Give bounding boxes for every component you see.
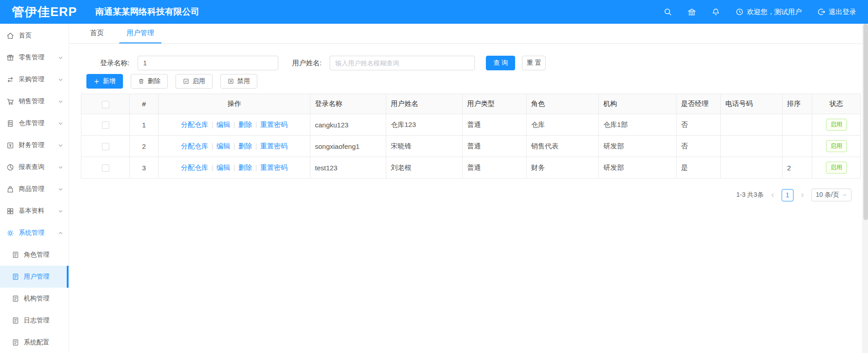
cell-role: 财务 [527,157,599,179]
sidebar-item-sales[interactable]: 销售管理 [0,90,69,112]
cell-org: 仓库1部 [599,114,676,136]
sidebar-subitem-logs[interactable]: 日志管理 [0,310,69,332]
tab-home[interactable]: 首页 [83,24,111,43]
chevron-down-icon [58,187,63,192]
sidebar-item-finance[interactable]: 财务管理 [0,134,69,156]
cell-type: 普通 [463,157,527,179]
sidebar-subitem-orgs[interactable]: 机构管理 [0,288,69,310]
reset-password-link[interactable]: 重置密码 [260,121,288,128]
row-checkbox[interactable] [102,164,109,172]
delete-button[interactable]: 删除 [131,74,168,89]
scrollbar-thumb[interactable] [863,24,868,220]
assign-warehouse-link[interactable]: 分配仓库 [181,163,208,171]
col-manager: 是否经理 [676,94,721,114]
cell-org: 研发部 [599,136,676,157]
search-icon[interactable] [664,8,672,16]
welcome-user[interactable]: 欢迎您，测试用户 [735,8,802,16]
page-number-button[interactable]: 1 [782,189,793,201]
delete-link[interactable]: 删除 [238,121,252,128]
delete-link[interactable]: 删除 [238,142,252,150]
assign-warehouse-link[interactable]: 分配仓库 [181,121,208,128]
select-all-checkbox[interactable] [102,101,109,108]
next-page-button[interactable] [800,193,805,198]
col-phone: 电话号码 [721,94,783,114]
login-name-input[interactable] [138,56,278,70]
disable-button[interactable]: 禁用 [220,74,257,89]
delete-link[interactable]: 删除 [238,163,252,171]
status-badge: 启用 [826,162,847,174]
doc-icon [12,295,19,302]
col-login: 登录名称 [310,94,386,114]
scrollbar-track[interactable] [863,24,868,353]
sidebar-item-goods[interactable]: 商品管理 [0,178,69,200]
sidebar-subitem-config[interactable]: 系统配置 [0,332,69,353]
edit-link[interactable]: 编辑 [217,142,230,150]
cell-manager: 否 [676,136,721,157]
sidebar-item-retail[interactable]: 零售管理 [0,47,69,68]
sidebar-item-reports[interactable]: 报表查询 [0,156,69,178]
chevron-down-icon [58,55,63,60]
logout-text: 退出登录 [829,8,856,16]
search-button[interactable]: 查 询 [486,56,515,70]
status-badge: 启用 [826,140,847,152]
tab-user-management[interactable]: 用户管理 [119,24,161,43]
doc-icon [12,339,19,346]
pie-chart-icon [6,163,14,171]
col-org: 机构 [599,94,676,114]
logout-button[interactable]: 退出登录 [817,8,856,16]
chevron-down-icon [842,193,847,197]
cabinet-icon [6,120,14,127]
reset-password-link[interactable]: 重置密码 [260,142,288,150]
money-icon [6,142,14,149]
sidebar: 首页 零售管理 采购管理 销售管理 仓库管理 财务管理 [0,24,69,353]
edit-link[interactable]: 编辑 [217,163,230,171]
user-name-label: 用户姓名: [292,59,321,68]
cell-name: 仓库123 [386,114,463,136]
col-index: # [130,94,159,114]
reset-button[interactable]: 重 置 [522,56,546,70]
page-size-select[interactable]: 10 条/页 [811,189,852,201]
gear-icon [6,229,14,237]
sidebar-item-system[interactable]: 系统管理 [0,222,69,244]
col-role: 角色 [527,94,599,114]
home-bank-icon[interactable] [687,8,696,16]
cell-manager: 否 [676,114,721,136]
cell-phone [721,136,783,157]
col-type: 用户类型 [463,94,527,114]
reset-password-link[interactable]: 重置密码 [260,163,288,171]
notification-bell-icon[interactable] [712,8,720,16]
doc-icon [12,273,19,280]
user-name-input[interactable] [330,56,475,70]
chevron-down-icon [58,209,63,214]
sidebar-item-warehouse[interactable]: 仓库管理 [0,112,69,134]
row-checkbox[interactable] [102,121,109,129]
sidebar-subitem-roles[interactable]: 角色管理 [0,244,69,266]
chevron-down-icon [58,99,63,104]
prev-page-button[interactable] [770,193,775,198]
enable-button[interactable]: 启用 [176,74,213,89]
cell-type: 普通 [463,114,527,136]
cell-type: 普通 [463,136,527,157]
sidebar-item-home[interactable]: 首页 [0,25,69,47]
chevron-down-icon [58,165,63,170]
assign-warehouse-link[interactable]: 分配仓库 [181,142,208,150]
chevron-up-icon [58,231,63,236]
sidebar-item-purchase[interactable]: 采购管理 [0,68,69,90]
table-toolbar: 新增 删除 启用 禁用 [86,74,868,89]
login-name-label: 登录名称: [100,59,129,68]
cell-login: songxiaofeng1 [310,136,386,157]
col-sort: 排序 [783,94,812,114]
main-content: 首页 用户管理 登录名称: 用户姓名: 查 询 重 置 新增 删除 启用 [69,24,868,353]
row-checkbox[interactable] [102,143,109,150]
col-name: 用户姓名 [386,94,463,114]
trash-icon [138,78,144,84]
sidebar-item-basicdata[interactable]: 基本资料 [0,200,69,222]
add-button[interactable]: 新增 [86,74,123,89]
plus-icon [94,79,100,84]
edit-link[interactable]: 编辑 [217,121,230,128]
cart-icon [6,98,14,105]
sidebar-subitem-users[interactable]: 用户管理 [0,266,69,288]
clock-circle-icon [735,8,744,16]
cell-role: 仓库 [527,114,599,136]
home-icon [6,32,14,40]
